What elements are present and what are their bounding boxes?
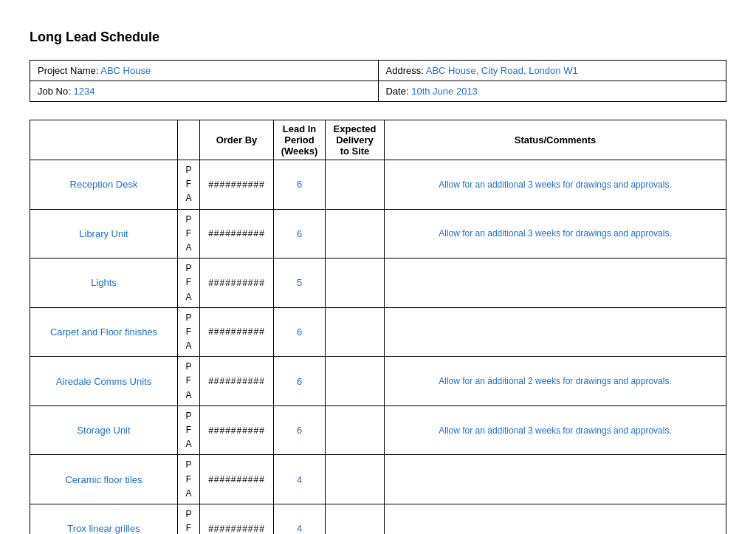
lead-in-cell: 6 [274, 307, 326, 357]
item-name: Reception Desk [30, 160, 178, 210]
expected-delivery-cell [326, 160, 385, 210]
address-label: Address: [386, 65, 424, 76]
project-value: ABC House [100, 65, 151, 76]
item-name: Airedale Comms Units [30, 357, 178, 406]
pfa-cell: PFA [178, 307, 200, 357]
header-expected: Expected Delivery to Site [326, 120, 385, 160]
order-by-cell: ########## [200, 357, 274, 406]
pfa-cell: PFA [178, 455, 200, 504]
pfa-cell: PFA [178, 259, 200, 308]
pfa-cell: PFA [178, 405, 200, 455]
lead-in-cell: 6 [274, 357, 326, 406]
table-header-row: Order By Lead In Period (Weeks) Expected… [30, 120, 726, 160]
lead-in-cell: 6 [274, 160, 326, 210]
date-value: 10th June 2013 [411, 86, 478, 97]
order-by-cell: ########## [200, 504, 274, 534]
page-title: Long Lead Schedule [30, 30, 726, 45]
order-by-cell: ########## [200, 209, 274, 259]
order-by-cell: ########## [200, 259, 274, 308]
status-cell [385, 259, 726, 308]
header-orderby: Order By [200, 120, 274, 160]
status-cell: Allow for an additional 3 weeks for draw… [385, 209, 726, 259]
expected-delivery-cell [326, 357, 385, 406]
item-name: Trox linear grilles [30, 504, 178, 534]
status-cell: Allow for an additional 2 weeks for draw… [385, 357, 726, 406]
item-name: Ceramic floor tiles [30, 455, 178, 504]
table-row: LightsPFA##########5 [30, 259, 726, 308]
lead-in-cell: 4 [274, 504, 326, 534]
date-label: Date: [386, 86, 409, 97]
expected-delivery-cell [326, 405, 385, 455]
expected-delivery-cell [326, 259, 385, 308]
table-row: Carpet and Floor finishesPFA##########6 [30, 307, 726, 357]
pfa-cell: PFA [178, 357, 200, 406]
header-pfa [178, 120, 200, 160]
order-by-cell: ########## [200, 307, 274, 357]
address-value: ABC House, City Road, London W1 [426, 65, 578, 76]
project-label: Project Name: [38, 65, 98, 76]
order-by-cell: ########## [200, 405, 274, 455]
header-status: Status/Comments [385, 120, 726, 160]
main-table: Order By Lead In Period (Weeks) Expected… [30, 120, 726, 534]
header-item [30, 120, 178, 160]
lead-in-cell: 4 [274, 455, 326, 504]
status-cell [385, 504, 726, 534]
pfa-cell: PFA [178, 160, 200, 210]
table-row: Airedale Comms UnitsPFA##########6Allow … [30, 357, 726, 406]
lead-in-cell: 5 [274, 259, 326, 308]
pfa-cell: PFA [178, 209, 200, 259]
address-cell: Address: ABC House, City Road, London W1 [378, 61, 726, 81]
project-cell: Project Name: ABC House [30, 61, 379, 81]
table-row: Trox linear grillesPFA##########4 [30, 504, 726, 534]
status-cell [385, 455, 726, 504]
job-label: Job No: [38, 86, 71, 97]
expected-delivery-cell [326, 307, 385, 357]
item-name: Carpet and Floor finishes [30, 307, 178, 357]
table-row: Library UnitPFA##########6Allow for an a… [30, 209, 726, 259]
lead-in-cell: 6 [274, 405, 326, 455]
item-name: Storage Unit [30, 405, 178, 455]
table-row: Reception DeskPFA##########6Allow for an… [30, 160, 726, 210]
date-cell: Date: 10th June 2013 [378, 81, 726, 102]
order-by-cell: ########## [200, 160, 274, 210]
lead-in-cell: 6 [274, 209, 326, 259]
header-leadin: Lead In Period (Weeks) [274, 120, 326, 160]
order-by-cell: ########## [200, 455, 274, 504]
expected-delivery-cell [326, 209, 385, 259]
job-cell: Job No: 1234 [30, 81, 379, 102]
job-value: 1234 [73, 86, 94, 97]
table-row: Ceramic floor tilesPFA##########4 [30, 455, 726, 504]
table-row: Storage UnitPFA##########6Allow for an a… [30, 405, 726, 455]
pfa-cell: PFA [178, 504, 200, 534]
item-name: Lights [30, 259, 178, 308]
status-cell: Allow for an additional 3 weeks for draw… [385, 160, 726, 210]
item-name: Library Unit [30, 209, 178, 259]
expected-delivery-cell [326, 455, 385, 504]
expected-delivery-cell [326, 504, 385, 534]
status-cell: Allow for an additional 3 weeks for draw… [385, 405, 726, 455]
status-cell [385, 307, 726, 357]
info-table: Project Name: ABC House Address: ABC Hou… [30, 60, 726, 102]
